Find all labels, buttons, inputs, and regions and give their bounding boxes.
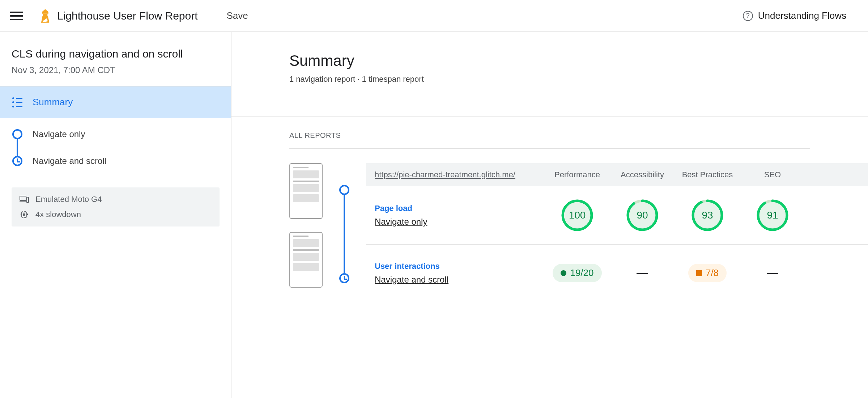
app-title: Lighthouse User Flow Report [57,10,198,22]
timespan-marker-icon [339,273,349,283]
score-table: https://pie-charmed-treatment.glitch.me/… [366,163,868,301]
col-accessibility: Accessibility [610,170,675,179]
row-kind-link[interactable]: Page load [375,204,545,213]
env-cpu: 4x slowdown [20,210,212,219]
step-label: Navigate and scroll [33,156,106,166]
main-content: Summary 1 navigation report · 1 timespan… [231,32,868,398]
screenshot-thumbnail[interactable] [289,163,323,219]
row-step-link[interactable]: Navigate and scroll [375,275,545,285]
screenshot-thumbnail[interactable] [289,232,323,288]
sidebar-summary-label: Summary [33,97,73,108]
env-device: Emulated Moto G4 [20,195,212,204]
page-title: Summary [289,52,868,69]
svg-rect-3 [27,197,29,203]
score-value: 91 [756,199,789,232]
lighthouse-logo-icon [40,9,51,23]
sidebar-step-navigate-only[interactable]: Navigate only [12,129,219,139]
score-value: 93 [691,199,724,232]
report-url-link[interactable]: https://pie-charmed-treatment.glitch.me/ [375,170,545,179]
not-applicable-dash: — [740,266,805,280]
sidebar-step-navigate-and-scroll[interactable]: Navigate and scroll [12,156,219,166]
fraction-text: 19/20 [570,267,593,279]
table-row: User interactions Navigate and scroll 19… [366,244,868,301]
score-value: 90 [626,199,659,232]
marker-connector-line [344,195,345,273]
col-performance: Performance [545,170,610,179]
topbar: Lighthouse User Flow Report Save ? Under… [0,0,868,32]
help-icon: ? [743,11,753,21]
thumbnail-column [289,163,323,301]
score-gauge[interactable]: 91 [756,199,789,232]
svg-rect-0 [43,13,48,16]
flow-header: CLS during navigation and on scroll Nov … [0,32,231,86]
timespan-marker-icon [12,156,22,166]
fraction-text: 7/8 [706,267,719,279]
score-gauge[interactable]: 100 [561,199,594,232]
save-button[interactable]: Save [227,10,248,21]
score-gauge[interactable]: 90 [626,199,659,232]
sidebar-steps: Navigate only Navigate and scroll [0,118,231,177]
marker-column [339,163,349,286]
not-applicable-dash: — [610,266,675,280]
section-all-reports-label: ALL REPORTS [289,131,868,140]
flow-title: CLS during navigation and on scroll [12,48,220,60]
env-device-label: Emulated Moto G4 [35,195,102,204]
step-label: Navigate only [33,129,85,139]
table-header: https://pie-charmed-treatment.glitch.me/… [366,163,868,186]
row-kind-link[interactable]: User interactions [375,262,545,271]
score-gauge[interactable]: 93 [691,199,724,232]
pass-dot-icon [561,270,566,276]
svg-rect-2 [20,201,26,202]
menu-button[interactable] [10,9,23,22]
row-step-link[interactable]: Navigate only [375,217,545,227]
page-subtitle: 1 navigation report · 1 timespan report [289,75,868,84]
understanding-flows-link[interactable]: ? Understanding Flows [743,10,846,21]
divider [231,117,868,117]
env-cpu-label: 4x slowdown [35,210,81,219]
col-seo: SEO [740,170,805,179]
device-icon [20,195,29,204]
score-fraction-pill[interactable]: 7/8 [688,264,727,282]
score-fraction-pill[interactable]: 19/20 [553,264,601,282]
sidebar: CLS during navigation and on scroll Nov … [0,32,231,398]
navigation-marker-icon [339,185,349,195]
average-square-icon [696,270,702,276]
table-row: Page load Navigate only 100 90 93 9 [366,186,868,244]
sidebar-item-summary[interactable]: Summary [0,86,231,118]
flow-date: Nov 3, 2021, 7:00 AM CDT [12,65,220,75]
svg-rect-1 [20,196,26,200]
svg-rect-5 [23,213,25,216]
reports-table: https://pie-charmed-treatment.glitch.me/… [289,163,868,301]
col-best-practices: Best Practices [675,170,740,179]
summary-list-icon [12,97,22,107]
help-link-label: Understanding Flows [758,10,846,21]
divider [289,148,810,149]
environment-box: Emulated Moto G4 4x slowdown [12,187,220,226]
navigation-marker-icon [12,129,22,139]
score-value: 100 [561,199,594,232]
cpu-icon [20,210,29,219]
